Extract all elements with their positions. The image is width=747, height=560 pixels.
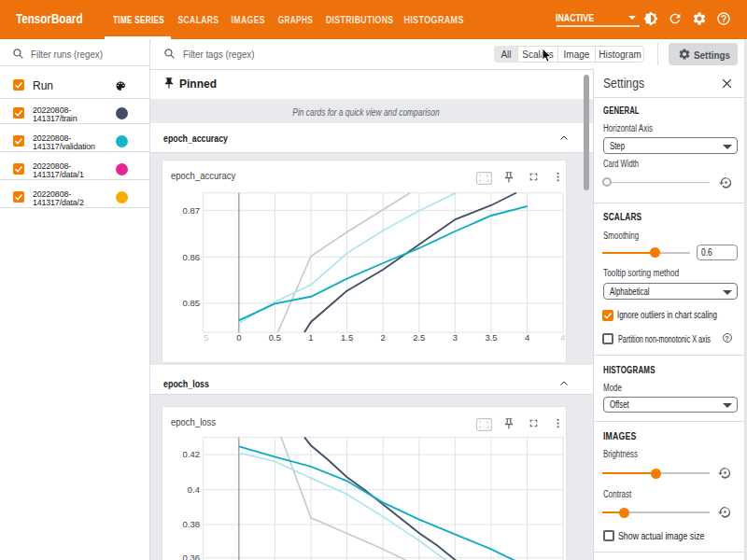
svg-text:4: 4 [525,331,529,342]
svg-text:3: 3 [453,331,458,342]
svg-text:0.4: 0.4 [188,484,200,495]
svg-text:2: 2 [381,331,386,342]
svg-text:0.5: 0.5 [269,331,281,342]
svg-text:1: 1 [308,331,313,342]
svg-text:0.36: 0.36 [183,553,201,560]
svg-text:0: 0 [236,331,241,342]
svg-text:1.5: 1.5 [341,331,353,342]
svg-text:0.42: 0.42 [183,449,201,459]
svg-text:2.5: 2.5 [413,331,425,342]
svg-text:0.86: 0.86 [183,251,201,261]
svg-text:5: 5 [204,331,208,342]
svg-text:0.38: 0.38 [183,519,201,529]
svg-text:0.85: 0.85 [183,298,201,308]
svg-text:0.87: 0.87 [183,204,201,215]
svg-text:4: 4 [560,331,565,342]
svg-text:3.5: 3.5 [485,331,497,342]
